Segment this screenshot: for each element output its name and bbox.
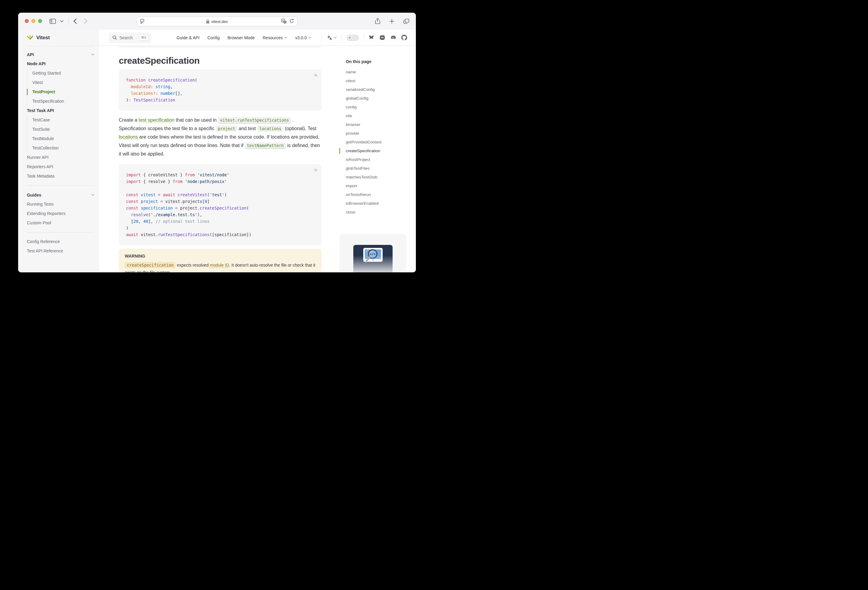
module-id-link[interactable]: module ID [210,263,229,268]
sidebar-toggle-icon[interactable] [50,19,56,24]
github-icon[interactable] [402,35,407,40]
outline-item-serializedconfig[interactable]: serializedConfig [346,85,416,94]
nav-link-browser-mode[interactable]: Browser Mode [227,35,255,40]
code-lang-badge: ts [314,72,317,78]
sponsor-card[interactable]: </> [340,234,406,272]
outline-item-vitest[interactable]: vitest [346,77,416,85]
outline-item-matchestestglob[interactable]: matchesTestGlob [346,173,416,181]
locations-code: locations [257,126,283,132]
tab-overview-icon[interactable] [403,19,409,24]
chevron-down-icon [308,37,311,39]
search-input[interactable]: Search ⌘K [109,32,151,43]
sidebar-item-test-task-api[interactable]: Test Task API [27,106,94,115]
outline-item-vite[interactable]: vite [346,112,416,120]
reader-icon[interactable] [140,19,145,24]
brand-logo[interactable]: Vitest [18,29,99,46]
window-controls [25,19,42,23]
brand-name: Vitest [36,35,50,41]
warning-body: createSpecification expects resolved mod… [125,262,316,272]
outline-item-getprovidedcontext[interactable]: getProvidedContext [346,138,416,146]
chevron-down-icon [91,53,94,56]
nav-link-v3-0-0[interactable]: v3.0.0 [295,35,311,40]
code-block-signature[interactable]: tsfunction createSpecification( moduleId… [119,69,322,110]
sidebar-item-runner-api[interactable]: Runner API [27,153,94,162]
outline-item-name[interactable]: name [346,68,416,77]
discord-icon[interactable] [390,35,396,40]
sun-icon [348,36,351,39]
forward-icon[interactable] [84,18,87,24]
nav-link-guide-api[interactable]: Guide & API [177,35,199,40]
sidebar-item-node-api[interactable]: Node API [27,59,94,69]
outline-item-ontestsrerun[interactable]: onTestsRerun [346,190,416,199]
minimize-window-button[interactable] [31,19,35,23]
test-specification-link[interactable]: test specification [139,118,174,123]
testnamepattern-link[interactable]: testNamePattern [245,143,286,149]
code-block-example[interactable]: tsimport { createVitest } from 'vitest/n… [119,164,322,245]
vitest-logo-icon [27,34,34,41]
address-bar[interactable]: vitest.dev Ax̂ [137,17,297,26]
browser-window: vitest.dev Ax̂ Vitest APINode APIGetting… [18,13,416,272]
nav-link-config[interactable]: Config [207,35,219,40]
reload-icon[interactable] [289,19,294,24]
nav-divider [363,34,364,41]
nav-link-resources[interactable]: Resources [263,35,288,40]
vitest-runtestspecifications-link[interactable]: vitest.runTestSpecifications [218,117,291,124]
sidebar-subgroup: TestCaseTestSuiteTestModuleTestCollectio… [27,115,94,153]
browser-toolbar: vitest.dev Ax̂ [18,13,416,30]
previous-code-block-edge [119,46,322,48]
lock-icon [206,19,210,24]
description-paragraph: Create a test specification that can be … [119,116,322,158]
bluesky-icon[interactable] [369,35,375,40]
sponsor-image-fade [353,245,393,272]
sidebar-item-testcase[interactable]: TestCase [32,115,94,125]
locations-link[interactable]: locations [119,134,138,140]
sidebar-item-testspecification[interactable]: TestSpecification [32,97,94,106]
language-menu[interactable]: A [327,35,337,40]
outline-list: namevitestserializedConfigglobalConfigco… [340,68,416,216]
outline-item-config[interactable]: config [346,103,416,112]
sidebar-item-task-metadata[interactable]: Task Metadata [27,172,94,181]
sidebar-divider [27,185,94,186]
mastodon-icon[interactable]: m [379,35,385,40]
outline-item-browser[interactable]: browser [346,120,416,129]
sidebar-item-config-reference[interactable]: Config Reference [27,237,94,246]
sidebar-menu-chevron-icon[interactable] [60,20,63,22]
sidebar: Vitest APINode APIGetting StartedVitestT… [18,29,99,272]
outline-item-isbrowserenabled[interactable]: isBrowserEnabled [346,199,416,208]
sidebar-item-test-api-reference[interactable]: Test API Reference [27,246,94,256]
svg-text:A: A [330,37,332,40]
chevron-down-icon [334,37,337,39]
sidebar-item-extending-reporters[interactable]: Extending Reporters [27,209,94,218]
close-window-button[interactable] [25,19,29,23]
outline-item-globtestfiles[interactable]: globTestFiles [346,164,416,173]
outline-item-isrootproject[interactable]: isRootProject [346,155,416,164]
sidebar-item-testsuite[interactable]: TestSuite [32,125,94,134]
outline-item-provide[interactable]: provide [346,129,416,138]
page-content: createSpecification tsfunction createSpe… [99,46,416,272]
outline-item-close[interactable]: close [346,208,416,216]
share-icon[interactable] [375,18,380,24]
toolbar-divider [68,18,69,25]
sidebar-item-reporters-api[interactable]: Reporters API [27,162,94,172]
sidebar-item-vitest[interactable]: Vitest [32,78,94,87]
url-text[interactable]: vitest.dev [211,19,228,24]
sidebar-item-testcollection[interactable]: TestCollection [32,143,94,153]
back-icon[interactable] [74,18,77,24]
code-lang-badge: ts [314,167,317,173]
theme-toggle[interactable] [347,35,359,41]
outline-item-import[interactable]: import [346,181,416,190]
new-tab-icon[interactable] [389,19,394,24]
sidebar-item-running-tests[interactable]: Running Tests [27,200,94,209]
sidebar-section-api[interactable]: API [27,50,94,59]
sidebar-item-testmodule[interactable]: TestModule [32,134,94,143]
sidebar-item-testproject[interactable]: TestProject [32,87,94,97]
sidebar-item-custom-pool[interactable]: Custom Pool [27,218,94,228]
site-navbar: Search ⌘K Guide & APIConfigBrowser ModeR… [99,29,416,46]
outline-aside: On this page namevitestserializedConfigg… [340,46,416,272]
outline-item-globalconfig[interactable]: globalConfig [346,94,416,103]
sidebar-item-getting-started[interactable]: Getting Started [32,69,94,78]
translate-icon[interactable]: Ax̂ [281,19,286,24]
outline-item-createspecification[interactable]: createSpecification [346,146,416,155]
sidebar-section-guides[interactable]: Guides [27,190,94,200]
zoom-window-button[interactable] [38,19,42,23]
